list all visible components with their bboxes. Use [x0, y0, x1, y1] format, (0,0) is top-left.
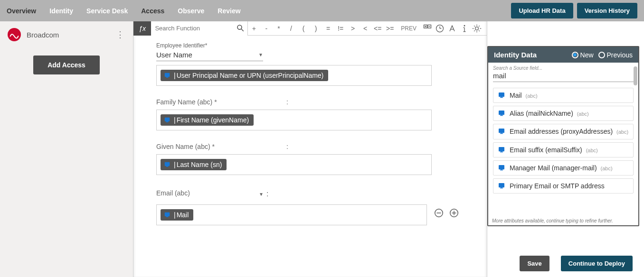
source-field-icon — [162, 116, 172, 124]
math-icon[interactable] — [421, 24, 434, 33]
upn-pill[interactable]: | User Principal Name or UPN (userPrinci… — [161, 70, 328, 81]
radio-new[interactable]: New — [572, 51, 594, 59]
email-box[interactable]: | Mail — [156, 204, 427, 225]
save-button[interactable]: Save — [520, 256, 549, 271]
source-item-proxy[interactable]: Email addresses (proxyAddresses) (abc) — [493, 124, 634, 139]
nav-review[interactable]: Review — [218, 7, 240, 15]
source-item-suffix[interactable]: Email suffix (emailSuffix) (abc) — [493, 142, 634, 157]
version-history-button[interactable]: Version History — [577, 3, 637, 18]
nav-identity[interactable]: Identity — [49, 7, 73, 15]
source-field-icon — [497, 92, 506, 99]
op-eq[interactable]: = — [322, 25, 334, 32]
chevron-down-icon: ▼ — [258, 52, 263, 57]
op-lparen[interactable]: ( — [297, 25, 310, 32]
given-name-label: Given Name (abc) *: — [156, 143, 459, 150]
source-field-icon — [162, 72, 172, 79]
svg-rect-27 — [499, 147, 504, 151]
source-item-manager-mail[interactable]: Manager Mail (manager-mail) (abc) — [493, 160, 634, 175]
lastname-pill-label: Last Name (sn) — [177, 161, 222, 168]
svg-rect-17 — [165, 162, 170, 166]
employee-identifier-label: Employee Identifier* — [156, 42, 459, 49]
svg-rect-26 — [499, 129, 504, 133]
email-label-select[interactable]: Email (abc) — [156, 187, 256, 199]
source-field-icon — [497, 110, 506, 117]
sidebar: Broadcom ⋮ Add Access — [0, 21, 133, 277]
lastname-pill[interactable]: | Last Name (sn) — [161, 159, 227, 170]
nav-servicedesk[interactable]: Service Desk — [86, 7, 128, 15]
firstname-pill-label: First Name (givenName) — [177, 116, 249, 124]
source-field-icon — [497, 146, 506, 154]
op-neq[interactable]: != — [334, 25, 347, 32]
email-label: Email (abc) — [156, 189, 190, 197]
employee-identifier-box[interactable]: | User Principal Name or UPN (userPrinci… — [156, 65, 432, 86]
right-column: Identity Data New Previous Search a Sour… — [487, 21, 644, 277]
svg-rect-29 — [499, 183, 504, 187]
brand-menu-icon[interactable]: ⋮ — [113, 29, 127, 40]
search-icon[interactable] — [236, 24, 245, 32]
op-star[interactable]: * — [273, 25, 285, 32]
svg-rect-24 — [499, 92, 504, 97]
source-item-alias[interactable]: Alias (mailNickName) (abc) — [493, 106, 634, 121]
upn-pill-label: User Principal Name or UPN (userPrincipa… — [177, 72, 324, 79]
svg-rect-15 — [165, 73, 170, 77]
continue-deploy-button[interactable]: Continue to Deploy — [561, 256, 633, 271]
broadcom-logo-icon — [8, 28, 21, 41]
formula-toolbar: ƒx + - * / ( ) = != > < <= >= PREV — [133, 21, 487, 36]
info-icon[interactable] — [458, 24, 471, 33]
source-field-icon — [497, 128, 506, 135]
prev-button[interactable]: PREV — [401, 25, 417, 32]
source-field-icon — [497, 182, 506, 190]
function-search-input[interactable] — [151, 21, 247, 36]
brand-name: Broadcom — [27, 31, 113, 39]
op-rparen[interactable]: ) — [310, 25, 322, 32]
op-lte[interactable]: <= — [371, 25, 384, 32]
footer-buttons: Save Continue to Deploy — [516, 256, 633, 271]
clock-icon[interactable] — [434, 24, 446, 33]
add-row-icon[interactable] — [449, 208, 459, 218]
panel-body: Search a Source field... Mail (abc) Alia… — [488, 63, 638, 217]
svg-rect-25 — [499, 111, 504, 115]
family-name-box[interactable]: | First Name (givenName) — [156, 110, 432, 130]
chevron-down-icon: ▼ — [259, 192, 264, 197]
function-search-wrap — [151, 21, 248, 36]
mail-pill[interactable]: | Mail — [161, 209, 193, 221]
op-plus[interactable]: + — [248, 25, 260, 32]
scrollbar[interactable] — [634, 66, 637, 85]
given-name-box[interactable]: | Last Name (sn) — [156, 154, 432, 175]
source-item-mail[interactable]: Mail (abc) — [493, 88, 634, 103]
source-field-icon — [162, 161, 172, 168]
svg-point-0 — [237, 25, 242, 29]
svg-rect-18 — [165, 212, 170, 216]
form-area: Employee Identifier* User Name ▼ | User … — [133, 36, 487, 277]
radio-previous[interactable]: Previous — [598, 51, 633, 59]
svg-point-10 — [464, 25, 465, 26]
op-gt[interactable]: > — [347, 25, 359, 32]
family-name-label: Family Name (abc) *: — [156, 98, 459, 106]
op-minus[interactable]: - — [260, 25, 273, 32]
svg-point-14 — [475, 27, 479, 30]
source-search-input[interactable] — [493, 71, 634, 82]
op-gte[interactable]: >= — [384, 25, 396, 32]
font-icon[interactable] — [446, 24, 458, 33]
nav-access[interactable]: Access — [141, 7, 164, 15]
svg-rect-16 — [165, 118, 170, 121]
panel-footer-hint: More attributes available, continue typi… — [488, 217, 638, 225]
source-item-primary-email[interactable]: Primary Email or SMTP address — [493, 178, 634, 194]
settings-icon[interactable] — [471, 24, 483, 33]
colon: : — [266, 190, 268, 198]
employee-identifier-select[interactable]: User Name ▼ — [156, 49, 263, 61]
remove-row-icon[interactable] — [434, 208, 444, 218]
firstname-pill[interactable]: | First Name (givenName) — [161, 114, 254, 126]
op-lt[interactable]: < — [359, 25, 371, 32]
add-access-button[interactable]: Add Access — [33, 55, 100, 74]
source-field-icon — [162, 211, 172, 219]
nav-observe[interactable]: Observe — [178, 7, 204, 15]
mail-pill-label: Mail — [177, 211, 189, 219]
fx-icon[interactable]: ƒx — [133, 21, 151, 36]
center-panel: ƒx + - * / ( ) = != > < <= >= PREV — [133, 21, 487, 277]
identity-data-panel: Identity Data New Previous Search a Sour… — [487, 46, 639, 226]
source-field-icon — [497, 164, 506, 172]
nav-overview[interactable]: Overview — [7, 7, 36, 15]
upload-hr-data-button[interactable]: Upload HR Data — [511, 3, 573, 18]
op-slash[interactable]: / — [285, 25, 297, 32]
